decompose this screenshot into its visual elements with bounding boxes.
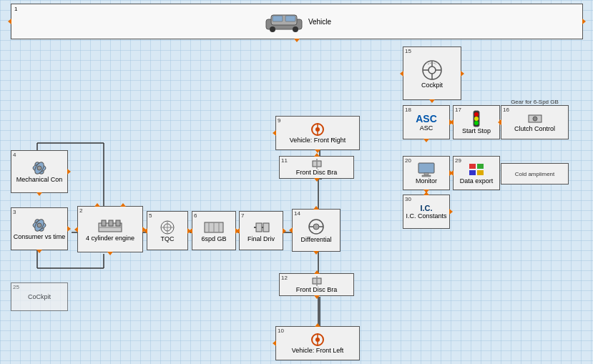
diff-port-bottom xyxy=(313,251,319,255)
svg-rect-46 xyxy=(263,223,269,232)
consumer-port-right xyxy=(67,226,71,232)
vfr-port-left xyxy=(273,130,276,136)
fdb-top-label: Front Disc Bra xyxy=(296,169,338,176)
svg-rect-45 xyxy=(256,223,262,232)
clutch-icon xyxy=(527,112,543,125)
engine-port-top2 xyxy=(120,203,126,207)
block-consumer-vs-time[interactable]: 3 Consumer vs time xyxy=(11,207,68,250)
block-front-disc-bottom[interactable]: 12 Front Disc Bra xyxy=(279,273,354,296)
block-mechanical-con[interactable]: 4 Mechanical Con xyxy=(11,150,68,193)
svg-point-26 xyxy=(37,223,41,227)
svg-point-68 xyxy=(474,112,479,117)
consumer-port-bottom xyxy=(36,250,42,253)
engine-port-left xyxy=(74,227,78,232)
svg-point-30 xyxy=(37,166,41,170)
dataexport-label: Data export xyxy=(460,177,494,185)
fd-port-right xyxy=(283,228,286,234)
block-6spd-gb[interactable]: 6 6spd GB xyxy=(192,211,236,250)
svg-rect-75 xyxy=(422,175,431,177)
fdb-bottom-port-top xyxy=(314,270,320,274)
ic-port-top xyxy=(423,192,429,195)
block-start-stop[interactable]: 17 Start Stop xyxy=(453,105,500,139)
cockpit-port-bottom xyxy=(429,99,435,103)
block-data-export[interactable]: 29 Data export xyxy=(453,156,500,190)
cockpit-port-right xyxy=(461,71,464,77)
cockpit-port-left xyxy=(400,71,403,77)
clutch-label: Clutch Control xyxy=(514,125,555,132)
block-cockpit[interactable]: 15 Cockpit xyxy=(403,46,461,100)
cold-ampliment-block[interactable]: Cold ampliment xyxy=(501,163,569,185)
cockpit-label: Cockpit xyxy=(421,82,443,89)
cockpit-icon xyxy=(419,59,445,82)
fd-port-left xyxy=(236,228,240,234)
vehicle-number: 1 xyxy=(14,6,17,12)
engine-port-top1 xyxy=(94,203,100,207)
svg-rect-74 xyxy=(424,173,428,175)
block-ic-constants[interactable]: 30 I.C. I.C. Constants xyxy=(403,195,450,229)
gb6-port-left xyxy=(189,228,192,234)
fdb-bottom-port-bottom xyxy=(314,295,320,299)
car-icon xyxy=(263,11,305,32)
block-asc[interactable]: 18 ASC ASC xyxy=(403,105,450,139)
finaldrive-icon xyxy=(250,220,272,235)
tqc-port-left xyxy=(144,228,147,234)
vfl-port-left xyxy=(273,340,276,346)
svg-point-70 xyxy=(474,121,479,125)
svg-rect-78 xyxy=(469,170,476,175)
consumer-label: Consumer vs time xyxy=(14,233,66,240)
disc-left-icon xyxy=(308,333,328,347)
ic-text: I.C. xyxy=(420,204,432,212)
disc-right-icon xyxy=(308,122,328,137)
block-tqc[interactable]: 5 TQC xyxy=(147,211,188,250)
differential-icon xyxy=(304,217,328,236)
de-port-left xyxy=(450,170,454,176)
block-sub-cockpit[interactable]: 25 CoCkpit xyxy=(11,282,68,311)
svg-point-69 xyxy=(474,117,479,121)
fdb-top-port-top xyxy=(314,153,320,157)
vfr-label: Vehicle: Front Right xyxy=(290,137,346,144)
block-clutch-control[interactable]: 16 Clutch Control xyxy=(501,105,569,139)
engine-port-bottom xyxy=(107,252,113,255)
svg-point-48 xyxy=(313,224,319,230)
finaldrive-label: Final Driv xyxy=(248,235,275,242)
block-front-disc-top[interactable]: 11 Front Disc Bra xyxy=(279,156,354,179)
engine-label: 4 cylinder engine xyxy=(86,235,134,242)
differential-label: Differential xyxy=(301,236,332,243)
ss-port-left xyxy=(450,119,454,125)
tqc-icon xyxy=(157,220,177,235)
disc-bottom-icon xyxy=(311,276,323,286)
svg-rect-77 xyxy=(477,164,484,169)
dataexport-icon xyxy=(467,162,486,177)
block-final-drive[interactable]: 7 Final Driv xyxy=(239,211,283,250)
block-veh-front-left[interactable]: 10 Vehicle: Front Left xyxy=(275,326,360,360)
cc-port-left xyxy=(498,119,501,125)
svg-rect-73 xyxy=(418,163,434,173)
vfl-port-top xyxy=(315,323,320,327)
mech-port-right xyxy=(67,169,71,174)
mechanical-label: Mechanical Con xyxy=(16,176,63,183)
canvas: 1 Vehicle 3 Consumer vs time 4 xyxy=(0,0,593,364)
svg-rect-32 xyxy=(102,220,106,226)
asc-label: ASC xyxy=(420,124,433,132)
block-veh-front-right[interactable]: 9 Vehicle: Front Right xyxy=(275,116,360,150)
svg-rect-34 xyxy=(116,220,120,226)
svg-rect-76 xyxy=(469,164,476,169)
fdb-top-port-bottom xyxy=(314,178,320,182)
block-differential[interactable]: 14 Differential xyxy=(292,209,340,252)
block-engine[interactable]: 2 4 cylinder engine xyxy=(77,206,143,252)
ic-port-right xyxy=(449,209,453,215)
svg-rect-79 xyxy=(477,170,484,175)
cold-ampliment-label: Cold ampliment xyxy=(515,171,555,177)
monitor-icon xyxy=(417,162,436,177)
diff-port-left xyxy=(289,227,293,233)
vehicle-block: 1 Vehicle xyxy=(11,4,583,39)
engine-icon xyxy=(97,217,123,235)
svg-point-62 xyxy=(428,67,436,74)
block-monitor[interactable]: 20 Monitor xyxy=(403,156,450,190)
fan2-icon xyxy=(29,160,49,176)
vehicle-port-bottom xyxy=(294,39,300,42)
svg-rect-21 xyxy=(273,16,283,21)
vehicle-port-right xyxy=(582,19,586,24)
tqc-label: TQC xyxy=(161,235,175,242)
gb6-icon xyxy=(203,220,225,235)
